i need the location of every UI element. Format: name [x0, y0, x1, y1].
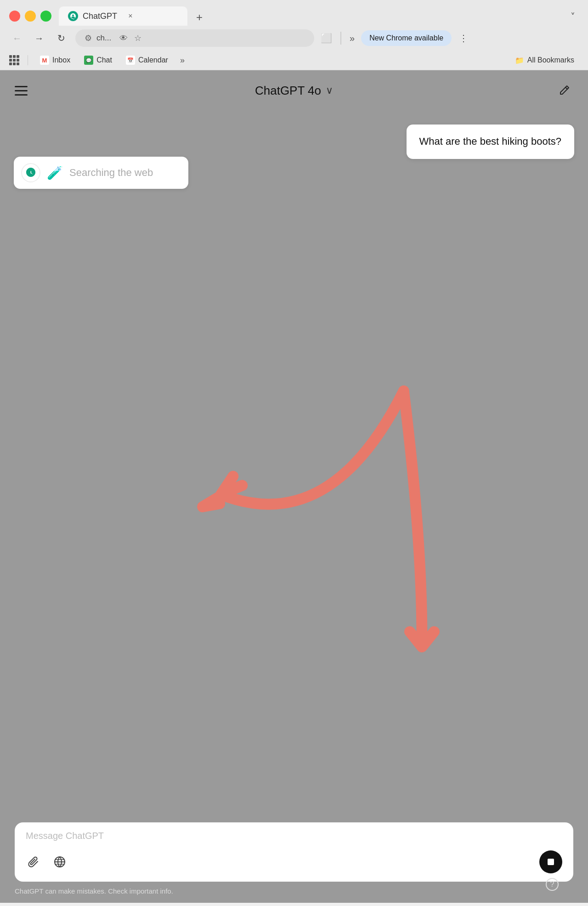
- navigation-bar: ← → ↻ ⚙ ch... 👁 ☆ ⬜ » New Chrome availab…: [0, 26, 588, 51]
- annotation-overlay: [0, 111, 588, 903]
- nav-extensions: New Chrome available ⋮: [361, 30, 471, 46]
- apps-dot: [17, 62, 19, 65]
- bookmarks-more-button[interactable]: »: [176, 54, 188, 67]
- input-area: Message ChatGPT: [0, 815, 588, 903]
- message-input-placeholder[interactable]: Message ChatGPT: [26, 831, 562, 841]
- hamburger-line: [15, 94, 28, 96]
- new-chat-button[interactable]: [555, 81, 573, 100]
- apps-dot: [17, 59, 19, 62]
- bookmark-calendar-label: Calendar: [138, 56, 168, 64]
- address-text: ch...: [96, 34, 111, 43]
- compose-icon: [558, 84, 571, 97]
- input-toolbar: [26, 850, 562, 873]
- apps-grid-icon: [9, 55, 19, 65]
- extension-icon[interactable]: ⬜: [321, 33, 332, 44]
- paperclip-icon: [28, 855, 40, 868]
- footer-row: ChatGPT can make mistakes. Check importa…: [15, 887, 573, 897]
- close-traffic-light[interactable]: [9, 11, 20, 22]
- browser-chrome: ChatGPT × + ˅ ← → ↻ ⚙ ch... 👁 ☆ ⬜ » New …: [0, 0, 588, 70]
- chat-favicon: 💬: [84, 56, 93, 65]
- input-tools-left: [26, 854, 68, 870]
- apps-dot: [9, 62, 12, 65]
- bookmark-chat-label: Chat: [96, 56, 112, 64]
- apps-dot: [17, 55, 19, 58]
- bookmark-gmail-label: Inbox: [52, 56, 70, 64]
- openai-logo: [25, 167, 37, 179]
- apps-dot: [13, 59, 16, 62]
- bookmarks-bar: M Inbox 💬 Chat 📅 Calendar » 📁 All Bookma…: [0, 51, 588, 70]
- user-message: What are the best hiking boots?: [407, 125, 574, 159]
- apps-dot: [9, 55, 12, 58]
- calendar-favicon: 📅: [126, 56, 135, 65]
- minimize-traffic-light[interactable]: [25, 11, 36, 22]
- all-bookmarks-button[interactable]: 📁 All Bookmarks: [510, 54, 579, 67]
- chatgpt-avatar: [21, 163, 40, 182]
- apps-dot: [13, 55, 16, 58]
- model-name-label: ChatGPT 4o: [255, 84, 321, 98]
- address-bar[interactable]: ⚙ ch... 👁 ☆: [75, 29, 314, 47]
- app-content: ChatGPT 4o ∨ What are the best hiking bo…: [0, 70, 588, 903]
- reload-button[interactable]: ↻: [53, 30, 69, 46]
- site-settings-icon: ⚙: [85, 33, 92, 43]
- assistant-response: 🧪 Searching the web: [14, 157, 188, 189]
- apps-dot: [9, 59, 12, 62]
- chat-area: What are the best hiking boots? 🧪 Search…: [0, 111, 588, 903]
- tab-bar: ChatGPT × + ˅: [59, 6, 579, 26]
- folder-icon: 📁: [515, 56, 524, 65]
- nav-separator: [340, 32, 341, 45]
- maximize-traffic-light[interactable]: [40, 11, 51, 22]
- flask-icon: 🧪: [47, 165, 63, 181]
- app-header: ChatGPT 4o ∨: [0, 70, 588, 111]
- help-button[interactable]: ?: [546, 878, 559, 891]
- stop-icon: [546, 857, 556, 867]
- traffic-lights: [9, 11, 51, 22]
- tab-favicon: [68, 11, 78, 21]
- back-button[interactable]: ←: [9, 30, 25, 46]
- bookmarks-divider: [28, 55, 28, 65]
- apps-button[interactable]: [9, 55, 19, 65]
- forward-icon: →: [34, 33, 44, 44]
- web-search-button[interactable]: [51, 854, 68, 870]
- model-dropdown-icon: ∨: [326, 85, 333, 96]
- gmail-favicon: M: [40, 56, 49, 65]
- tracking-protection-icon: 👁: [119, 34, 128, 43]
- more-nav-icon[interactable]: »: [350, 33, 355, 44]
- message-input-wrapper[interactable]: Message ChatGPT: [15, 822, 573, 882]
- sidebar-toggle-button[interactable]: [15, 81, 33, 100]
- hamburger-line: [15, 90, 28, 91]
- forward-button[interactable]: →: [31, 30, 47, 46]
- all-bookmarks-label: All Bookmarks: [527, 56, 574, 64]
- model-selector[interactable]: ChatGPT 4o ∨: [255, 84, 333, 98]
- tabs-menu-button[interactable]: ˅: [567, 7, 579, 26]
- tab-close-button[interactable]: ×: [125, 11, 136, 21]
- apps-dot: [13, 62, 16, 65]
- active-tab[interactable]: ChatGPT ×: [59, 6, 187, 26]
- back-icon: ←: [12, 33, 22, 44]
- svg-rect-2: [548, 859, 554, 865]
- hamburger-line: [15, 86, 28, 87]
- reload-icon: ↻: [57, 33, 65, 44]
- bookmark-gmail[interactable]: M Inbox: [34, 53, 76, 67]
- nav-more-button[interactable]: ⋮: [456, 30, 471, 46]
- bookmark-star-icon: ☆: [134, 33, 141, 43]
- help-icon: ?: [550, 880, 554, 889]
- globe-icon: [53, 855, 66, 868]
- footer-disclaimer: ChatGPT can make mistakes. Check importa…: [15, 887, 173, 897]
- stop-button[interactable]: [539, 850, 562, 873]
- bookmark-chat[interactable]: 💬 Chat: [79, 53, 118, 67]
- attach-button[interactable]: [26, 854, 42, 870]
- title-bar: ChatGPT × + ˅: [0, 0, 588, 26]
- new-tab-button[interactable]: +: [191, 9, 208, 26]
- new-chrome-button[interactable]: New Chrome available: [361, 30, 452, 46]
- user-message-text: What are the best hiking boots?: [419, 136, 561, 147]
- tab-title: ChatGPT: [83, 11, 117, 21]
- bookmark-calendar[interactable]: 📅 Calendar: [120, 53, 174, 67]
- searching-status-text: Searching the web: [69, 167, 153, 179]
